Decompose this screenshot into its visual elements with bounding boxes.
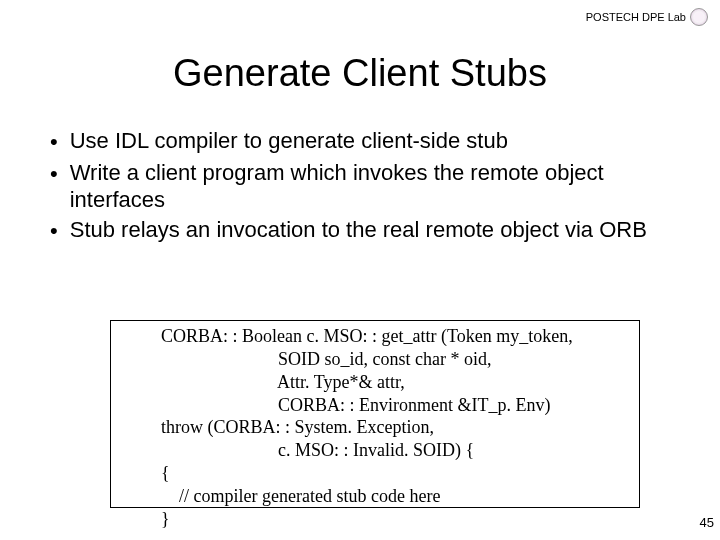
code-line: CORBA: : Environment &IT_p. Env) [161,394,629,417]
code-line: c. MSO: : Invalid. SOID) { [161,439,629,462]
bullet-icon: • [50,216,58,246]
bullet-text: Write a client program which invokes the… [70,159,670,214]
code-block: CORBA: : Boolean c. MSO: : get_attr (Tok… [110,320,640,508]
bullet-text: Use IDL compiler to generate client-side… [70,127,508,155]
slide-title: Generate Client Stubs [0,52,720,95]
list-item: • Stub relays an invocation to the real … [50,216,670,246]
list-item: • Use IDL compiler to generate client-si… [50,127,670,157]
lab-logo-icon [690,8,708,26]
code-line: { [161,462,629,485]
code-line: CORBA: : Boolean c. MSO: : get_attr (Tok… [161,325,629,348]
code-line: SOID so_id, const char * oid, [161,348,629,371]
bullet-list: • Use IDL compiler to generate client-si… [50,127,670,245]
code-line: Attr. Type*& attr, [161,371,629,394]
bullet-icon: • [50,127,58,157]
code-line: throw (CORBA: : System. Exception, [161,416,629,439]
lab-name: POSTECH DPE Lab [586,11,686,23]
list-item: • Write a client program which invokes t… [50,159,670,214]
page-number: 45 [700,515,714,530]
bullet-icon: • [50,159,58,189]
bullet-text: Stub relays an invocation to the real re… [70,216,647,244]
code-line: } [161,508,629,531]
slide-header: POSTECH DPE Lab [586,8,708,26]
code-line: // compiler generated stub code here [161,485,629,508]
